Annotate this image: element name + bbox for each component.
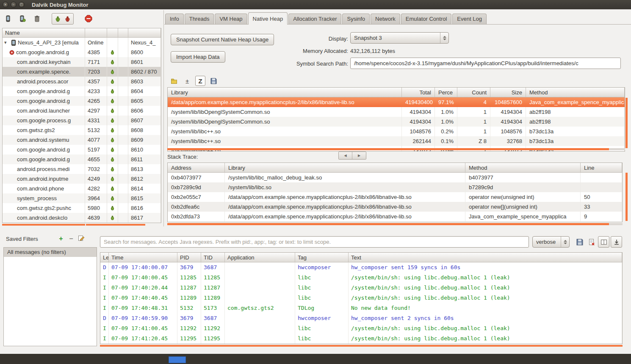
delete-process-button[interactable] bbox=[31, 13, 42, 24]
tab[interactable]: Native Heap bbox=[248, 12, 288, 25]
process-row[interactable]: com.google.android.g 4233 8604 bbox=[3, 86, 161, 96]
stack-row[interactable]: 0xb2dfea6c /data/app/com.example.spence.… bbox=[168, 202, 622, 212]
log-search-input[interactable] bbox=[100, 236, 529, 248]
column-line[interactable]: Line bbox=[581, 163, 622, 172]
process-row[interactable]: android.process.acor 4357 8603 bbox=[3, 77, 161, 86]
devices-column-debug[interactable] bbox=[107, 28, 118, 37]
scroll-left-button[interactable]: ◀ bbox=[339, 152, 352, 159]
column-level[interactable]: Le bbox=[100, 253, 109, 262]
library-hscrollbar[interactable] bbox=[167, 148, 625, 150]
library-row[interactable]: /system/lib/libOpenglSystemCommon.so 419… bbox=[168, 107, 625, 117]
tab[interactable]: Network bbox=[371, 14, 400, 24]
column-count[interactable]: Count bbox=[457, 88, 490, 97]
titlebar[interactable]: × − □ Dalvik Debug Monitor bbox=[0, 0, 631, 9]
column-library[interactable]: Library bbox=[168, 88, 402, 97]
library-row[interactable]: /system/lib/libOpenglSystemCommon.so 419… bbox=[168, 117, 625, 127]
taskbar-item[interactable] bbox=[169, 356, 186, 363]
toggle-pane-mode-button[interactable] bbox=[598, 236, 609, 248]
stop-process-button[interactable] bbox=[83, 13, 94, 24]
clear-log-button[interactable] bbox=[587, 237, 596, 247]
column-stack-method[interactable]: Method bbox=[465, 163, 581, 172]
expander-icon[interactable]: ▾ bbox=[4, 38, 9, 47]
column-percentage[interactable]: Perce bbox=[435, 88, 457, 97]
column-log-pid[interactable]: PID bbox=[177, 253, 201, 262]
process-row[interactable]: com.gwtsz.gts2 5132 8608 bbox=[3, 125, 161, 135]
show-zygote-button[interactable]: Z bbox=[195, 76, 205, 86]
tab[interactable]: Info bbox=[165, 14, 184, 24]
process-row[interactable]: android.process.medi 7032 8613 bbox=[3, 164, 161, 174]
tab[interactable]: Emulator Control bbox=[401, 14, 452, 24]
devices-column-pid[interactable] bbox=[85, 28, 107, 37]
column-total[interactable]: Total bbox=[402, 88, 435, 97]
edit-filter-button[interactable] bbox=[76, 234, 86, 243]
process-row[interactable]: com.android.phone 4282 8614 bbox=[3, 184, 161, 193]
device-debug-button[interactable] bbox=[17, 13, 28, 24]
stack-row[interactable]: 0xb2dfda73 /data/app/com.example.spence.… bbox=[168, 212, 622, 221]
filter-item[interactable]: All messages (no filters) bbox=[4, 248, 97, 257]
devices-hscrollbar-2[interactable] bbox=[86, 224, 145, 226]
remove-filter-button[interactable]: − bbox=[66, 234, 76, 243]
stack-row[interactable]: 0xb7289c9d /system/lib/libc.so b7289c9d bbox=[168, 182, 622, 192]
library-row[interactable]: /system/lib/libc++.so 262144 0.1% Z 8 32… bbox=[168, 136, 625, 146]
stack-vscrollbar[interactable] bbox=[625, 173, 628, 221]
snapshot-heap-button[interactable]: Snapshot Current Native Heap Usage bbox=[171, 34, 274, 45]
maximize-button[interactable]: □ bbox=[19, 2, 25, 8]
log-row[interactable]: I 07-09 17:40:20.44 11287 11287 libc /sy… bbox=[100, 283, 622, 293]
log-hscrollbar[interactable] bbox=[100, 345, 623, 347]
process-row[interactable]: com.google.android.g 4655 8611 bbox=[3, 154, 161, 164]
method-profiling-button[interactable] bbox=[63, 14, 72, 24]
library-row[interactable]: /data/app/com.example.spence.myapplicati… bbox=[168, 97, 625, 107]
scroll-right-button[interactable]: ▶ bbox=[352, 152, 366, 159]
stack-row[interactable]: 0xb4073977 /system/lib/libc_malloc_debug… bbox=[168, 173, 622, 182]
log-level-select[interactable]: verbose bbox=[532, 236, 570, 248]
stack-hscrollbar[interactable] bbox=[167, 223, 623, 225]
symbol-search-path-input[interactable] bbox=[350, 58, 621, 69]
log-row[interactable]: I 07-09 17:41:20.45 11295 11295 libc /sy… bbox=[100, 334, 622, 344]
save-heap-button[interactable] bbox=[208, 76, 219, 86]
column-time[interactable]: Time bbox=[109, 253, 177, 262]
devices-column-misc[interactable] bbox=[118, 28, 128, 37]
tab[interactable]: Threads bbox=[185, 14, 214, 24]
column-size[interactable]: Size bbox=[490, 88, 526, 97]
diff-snapshots-button[interactable]: ± bbox=[182, 76, 192, 86]
group-by-library-button[interactable] bbox=[169, 76, 179, 86]
process-row[interactable]: com.android.inputme 4249 8612 bbox=[3, 174, 161, 184]
add-filter-button[interactable]: + bbox=[56, 234, 66, 243]
log-row[interactable]: I 07-09 17:41:00.45 11292 11292 libc /sy… bbox=[100, 323, 622, 334]
process-row[interactable]: com.android.launcher 4297 8606 bbox=[3, 106, 161, 116]
devices-column-name[interactable]: Name bbox=[3, 28, 85, 37]
scroll-to-bottom-button[interactable] bbox=[611, 236, 622, 248]
library-vscrollbar[interactable] bbox=[625, 98, 628, 148]
process-row[interactable]: com.google.android.g 5197 8610 bbox=[3, 145, 161, 154]
column-method[interactable]: Method bbox=[526, 88, 625, 97]
import-heap-button[interactable]: Import Heap Data bbox=[171, 51, 225, 63]
log-row[interactable]: D 07-09 17:40:00.07 3679 3687 hwcomposer… bbox=[100, 262, 622, 273]
device-row[interactable]: ▾ Nexus_4_API_23 [emula Online Nexus_4_ bbox=[3, 38, 161, 47]
log-row[interactable]: D 07-09 17:40:59.90 3679 3687 hwcomposer… bbox=[100, 313, 622, 323]
process-row[interactable]: com.google.android.g 4385 8600 bbox=[3, 47, 161, 57]
tab[interactable]: Allocation Tracker bbox=[288, 14, 341, 24]
devices-hscrollbar[interactable] bbox=[2, 224, 85, 226]
tab[interactable]: Sysinfo bbox=[342, 14, 370, 24]
close-button[interactable]: × bbox=[3, 2, 8, 8]
process-row[interactable]: com.android.systemu 4077 8609 bbox=[3, 135, 161, 145]
column-tid[interactable]: TID bbox=[201, 253, 225, 262]
device-button[interactable] bbox=[3, 13, 14, 24]
column-tag[interactable]: Tag bbox=[295, 253, 349, 262]
update-heap-button[interactable] bbox=[53, 14, 63, 24]
column-stack-library[interactable]: Library bbox=[225, 163, 465, 172]
log-row[interactable]: I 07-09 17:40:40.45 11289 11289 libc /sy… bbox=[100, 293, 622, 303]
minimize-button[interactable]: − bbox=[11, 2, 17, 8]
process-row[interactable]: com.google.process.g 4331 8607 bbox=[3, 116, 161, 125]
log-row[interactable]: I 07-09 17:40:00.45 11285 11285 libc /sy… bbox=[100, 273, 622, 283]
column-application[interactable]: Application bbox=[225, 253, 295, 262]
column-address[interactable]: Address bbox=[168, 163, 225, 172]
devices-column-port[interactable] bbox=[128, 28, 161, 37]
library-row[interactable]: /system/lib/libc++.so 1048576 0.2% 1 104… bbox=[168, 127, 625, 136]
process-row[interactable]: com.android.deskclo 4639 8617 bbox=[3, 213, 161, 223]
save-log-button[interactable] bbox=[575, 237, 584, 247]
tab[interactable]: Event Log bbox=[452, 14, 487, 24]
process-row[interactable]: com.gwtsz.gts2:pushc 5980 8616 bbox=[3, 203, 161, 213]
process-row[interactable]: com.google.android.g 4265 8605 bbox=[3, 96, 161, 106]
process-row[interactable]: com.example.spence. 7203 8602 / 870 bbox=[3, 67, 161, 77]
